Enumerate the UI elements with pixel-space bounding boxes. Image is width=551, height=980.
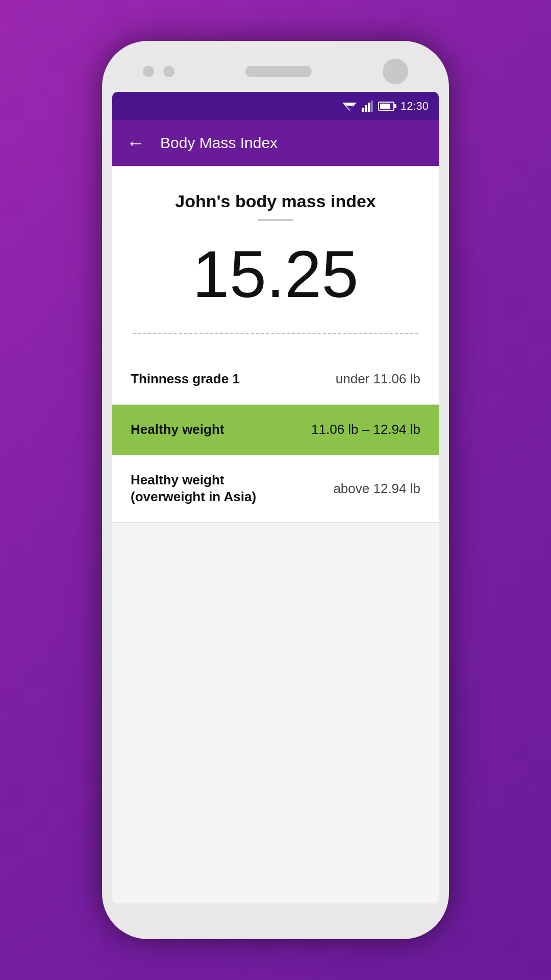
bmi-title: John's body mass index bbox=[175, 191, 376, 211]
svg-rect-2 bbox=[362, 108, 364, 112]
bmi-value: 15.25 bbox=[192, 241, 358, 307]
category-row-healthy-weight: Healthy weight 11.06 lb – 12.94 lb bbox=[112, 405, 439, 455]
camera-dot-left bbox=[143, 66, 154, 77]
svg-rect-5 bbox=[371, 101, 373, 112]
battery-fill bbox=[380, 104, 390, 109]
signal-icon bbox=[362, 101, 373, 112]
category-range-thinness: under 11.06 lb bbox=[336, 371, 420, 387]
phone-screen: 12:30 ← Body Mass Index John's body mass… bbox=[112, 92, 439, 903]
camera-dot-right bbox=[163, 66, 174, 77]
status-time: 12:30 bbox=[400, 100, 429, 113]
category-row-healthy-overweight-asia: Healthy weight (overweight in Asia) abov… bbox=[112, 455, 439, 523]
category-row-thinness-grade-1: Thinness grade 1 under 11.06 lb bbox=[112, 354, 439, 405]
status-icons bbox=[342, 101, 394, 112]
status-bar: 12:30 bbox=[112, 92, 439, 120]
category-label-overweight-asia: Healthy weight (overweight in Asia) bbox=[131, 472, 294, 506]
svg-rect-4 bbox=[368, 103, 370, 112]
app-bar: ← Body Mass Index bbox=[112, 120, 439, 166]
content: John's body mass index 15.25 Thinness gr… bbox=[112, 166, 439, 903]
categories-table: Thinness grade 1 under 11.06 lb Healthy … bbox=[112, 354, 439, 903]
bmi-section: John's body mass index 15.25 bbox=[112, 166, 439, 354]
category-range-overweight-asia: above 12.94 lb bbox=[333, 481, 420, 497]
phone-frame: 12:30 ← Body Mass Index John's body mass… bbox=[102, 41, 449, 939]
wifi-icon bbox=[342, 101, 357, 112]
bmi-dashed-line bbox=[133, 333, 418, 334]
svg-rect-3 bbox=[365, 105, 367, 112]
front-camera bbox=[383, 59, 408, 84]
phone-speaker bbox=[245, 66, 312, 77]
app-bar-title: Body Mass Index bbox=[160, 134, 278, 152]
phone-camera bbox=[143, 66, 174, 77]
category-label-thinness: Thinness grade 1 bbox=[131, 371, 240, 388]
category-label-healthy: Healthy weight bbox=[131, 421, 224, 438]
battery-icon bbox=[378, 102, 394, 111]
phone-top-bar bbox=[112, 51, 439, 92]
back-button[interactable]: ← bbox=[127, 134, 145, 152]
category-range-healthy: 11.06 lb – 12.94 lb bbox=[311, 422, 420, 437]
bmi-divider bbox=[258, 219, 293, 220]
